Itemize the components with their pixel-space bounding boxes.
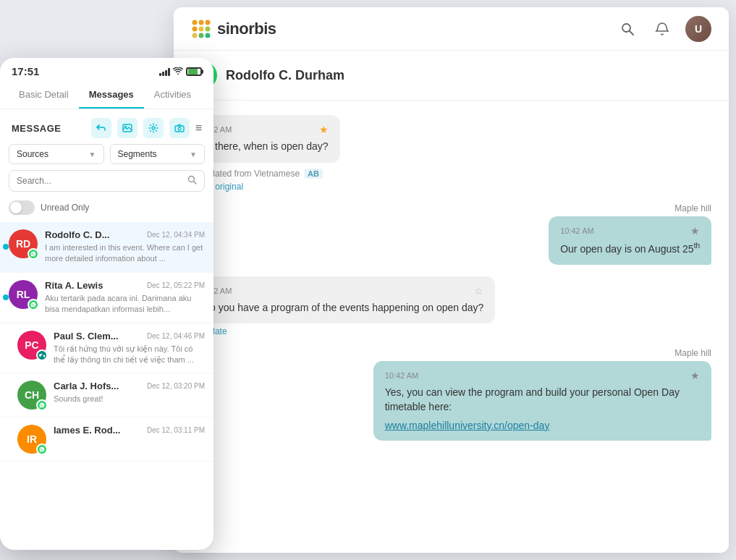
bell-icon [655, 22, 669, 36]
settings-icon [148, 123, 158, 133]
contact-date-5: Dec 12, 03:11 PM [147, 426, 205, 434]
mobile-unread-row: Unread Only [0, 198, 213, 222]
whatsapp-badge-4 [36, 399, 48, 411]
contact-info-rodolfo: Rodolfo C. D... Dec 12, 04:34 PM I am in… [45, 229, 205, 265]
user-avatar[interactable]: U [685, 16, 711, 42]
svg-point-9 [622, 24, 630, 32]
mobile-search [9, 170, 205, 192]
svg-line-10 [630, 31, 633, 35]
mobile-overlay: 17:51 Basic Detail [0, 58, 213, 550]
mobile-contact-list: RD Rodolfo C. D... Dec 12, 04:34 PM I am… [0, 222, 213, 462]
mobile-time: 17:51 [12, 65, 39, 77]
logo-text: sinorbis [217, 20, 276, 38]
contact-item-carla[interactable]: CH Carla J. Hofs... Dec 12, 03:20 PM Sou… [0, 373, 213, 417]
reply-icon-btn[interactable] [91, 118, 111, 138]
avatar-paul: PC [17, 331, 46, 360]
mobile-message-icons: ≡ [91, 118, 202, 138]
battery-icon [186, 67, 202, 76]
svg-point-8 [206, 33, 211, 38]
message-bubble-3: 9:42 AM ☆ Do you have a program of the e… [191, 276, 495, 324]
tab-messages[interactable]: Messages [79, 82, 144, 109]
contact-preview-2: Aku tertarik pada acara ini. Darimana ak… [45, 293, 205, 315]
contact-date-2: Dec 12, 05:22 PM [147, 281, 205, 289]
message-1: 9:42 AM ★ Hi there, when is open day? Tr… [191, 115, 503, 192]
message-3: 9:42 AM ☆ Do you have a program of the e… [191, 276, 581, 337]
sinorbis-logo-icon [191, 19, 211, 39]
notification-button[interactable] [651, 17, 674, 41]
message-star-3: ☆ [474, 285, 483, 297]
svg-point-3 [193, 26, 198, 31]
message-time-row-3: 9:42 AM ☆ [203, 285, 483, 297]
unread-dot-2 [3, 294, 9, 300]
tab-activities[interactable]: Activities [144, 82, 201, 109]
menu-icon[interactable]: ≡ [195, 122, 202, 135]
search-button[interactable] [616, 17, 639, 41]
contact-date-4: Dec 12, 03:20 PM [147, 382, 205, 390]
contact-item-iames[interactable]: IR Iames E. Rod... Dec 12, 03:11 PM [0, 417, 213, 462]
message-2: Maple hill 10:42 AM ★ Our open day is on… [549, 203, 711, 265]
svg-point-6 [193, 33, 198, 38]
sources-dropdown[interactable]: Sources ▼ [9, 144, 104, 164]
camera-icon [174, 124, 185, 132]
mobile-tabs: Basic Detail Messages Activities [0, 82, 213, 109]
contact-preview-1: I am interested in this event. Where can… [45, 242, 205, 265]
contact-date-3: Dec 12, 04:46 PM [147, 332, 205, 340]
message-bubble-2: 10:42 AM ★ Our open day is on August 25t… [549, 216, 711, 265]
svg-point-16 [189, 177, 195, 182]
chat-contact-name: Rodolfo C. Durham [226, 68, 344, 83]
reply-icon [96, 124, 106, 132]
segments-chevron-icon: ▼ [190, 150, 197, 158]
message-time-2: 10:42 AM [560, 226, 593, 235]
avatar-rita: RL [9, 280, 38, 309]
mobile-message-label: MESSAGE [12, 123, 62, 134]
message-star-4: ★ [690, 370, 700, 381]
contact-preview-3: Tôi rất hứng thú với sự kiện này. Tôi có… [54, 344, 205, 366]
message-star-1: ★ [319, 124, 329, 135]
message-4: Maple hill 10:42 AM ★ Yes, you can view … [373, 348, 711, 440]
contact-name-row-3: Paul S. Clem... Dec 12, 04:46 PM [54, 331, 205, 341]
segments-dropdown[interactable]: Segments ▼ [110, 144, 206, 164]
message-time-4: 10:42 AM [385, 371, 418, 380]
messages-container[interactable]: 9:42 AM ★ Hi there, when is open day? Tr… [174, 101, 729, 553]
message-link-4: www.maplehilluniversity.cn/open-day [385, 419, 700, 432]
avatar-rodolfo: RD [9, 229, 38, 258]
search-input[interactable] [17, 176, 183, 186]
settings-icon-btn[interactable] [143, 118, 164, 138]
contact-name-3: Paul S. Clem... [54, 331, 119, 341]
avatar-iames: IR [17, 425, 46, 454]
contact-name-row-4: Carla J. Hofs... Dec 12, 03:20 PM [54, 381, 205, 391]
contact-name-2: Rita A. Lewis [45, 280, 103, 291]
message-text-2: Our open day is on August 25th [560, 241, 700, 256]
contact-date-1: Dec 12, 04:34 PM [147, 231, 205, 239]
wifi-icon [173, 67, 183, 77]
svg-point-4 [199, 26, 204, 31]
open-day-link[interactable]: www.maplehilluniversity.cn/open-day [385, 420, 550, 431]
contact-item-paul[interactable]: PC Paul S. Clem... Dec 12, 04:46 PM Tôi … [0, 323, 213, 374]
svg-line-17 [194, 182, 196, 184]
contact-name-4: Carla J. Hofs... [54, 381, 119, 391]
svg-point-13 [152, 127, 155, 130]
contact-item-rita[interactable]: RL Rita A. Lewis Dec 12, 05:22 PM Aku te… [0, 273, 213, 323]
signal-bars-icon [159, 67, 170, 76]
search-icon [620, 22, 635, 36]
svg-point-1 [199, 20, 204, 25]
mobile-status-bar: 17:51 [0, 58, 213, 82]
mobile-filter-row: Sources ▼ Segments ▼ [0, 144, 213, 170]
contact-info-rita: Rita A. Lewis Dec 12, 05:22 PM Aku terta… [45, 280, 205, 315]
contact-name-row-1: Rodolfo C. D... Dec 12, 04:34 PM [45, 229, 205, 240]
nav-logo: sinorbis [191, 19, 276, 39]
contact-item-rodolfo[interactable]: RD Rodolfo C. D... Dec 12, 04:34 PM I am… [0, 222, 213, 273]
image-icon-btn[interactable] [117, 118, 138, 138]
translate-badge: AB [304, 169, 323, 179]
avatar-carla: CH [17, 381, 46, 410]
tab-basic-detail[interactable]: Basic Detail [9, 82, 79, 109]
photo-icon-btn[interactable] [169, 118, 190, 138]
mobile-message-header: MESSAGE [0, 109, 213, 144]
whatsapp-badge-2 [28, 299, 39, 310]
segments-label: Segments [118, 149, 157, 159]
image-icon [122, 124, 132, 132]
unread-toggle[interactable] [9, 200, 35, 215]
wechat-badge-3 [36, 349, 48, 361]
chat-header: Rodolfo C. Durham [174, 51, 729, 101]
contact-name-row-5: Iames E. Rod... Dec 12, 03:11 PM [54, 425, 205, 436]
